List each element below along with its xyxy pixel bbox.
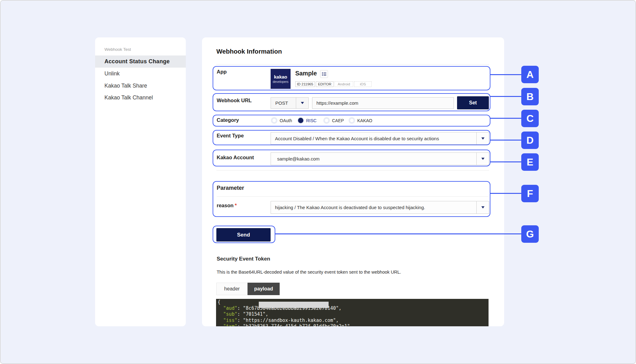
category-radio-oauth[interactable]: OAuth <box>271 117 292 124</box>
event-type-select[interactable]: Account Disabled / When the Kakao Accoun… <box>271 132 489 145</box>
token-description: This is the Base64URL-decoded value of t… <box>217 269 401 275</box>
sidebar-item[interactable]: Account Status Change <box>95 55 186 68</box>
code-text: "b32b8263-774c-415d-b72f-01dfbc70a2e1" <box>243 323 350 326</box>
annotation-badge-E: E <box>521 153 539 171</box>
annotation-line-D <box>490 140 522 141</box>
screenshot-frame: Webhook Test Account Status ChangeUnlink… <box>0 0 636 364</box>
kakao-account-chevron <box>476 153 489 165</box>
reason-label-text: reason <box>217 203 234 208</box>
annotation-line-C <box>490 118 522 119</box>
code-key: "sub" <box>223 311 237 317</box>
kakao-account-value: sample@kakao.com <box>271 153 476 165</box>
category-label: Category <box>217 117 239 123</box>
category-radio-caep[interactable]: CAEP <box>323 117 344 124</box>
code-text: { <box>218 299 220 305</box>
code-text: , <box>266 311 268 317</box>
sidebar-title: Webhook Test <box>104 47 131 52</box>
code-line: "sub": "701541", <box>218 311 489 318</box>
sidebar-item[interactable]: Kakao Talk Share <box>95 80 186 92</box>
code-key: "aud" <box>223 305 237 311</box>
code-line: { <box>218 299 489 305</box>
webhook-url-label: Webhook URL <box>217 97 252 103</box>
radio-icon <box>271 117 277 124</box>
divider-mid <box>216 170 489 170</box>
annotation-badge-B: B <box>521 88 539 105</box>
code-text: : <box>237 305 243 311</box>
sidebar-item-label: Kakao Talk Channel <box>104 94 153 101</box>
code-line: "aud": "8c67b504eab62ebbbab29913e2e78140… <box>218 305 489 312</box>
required-asterisk: * <box>235 203 237 208</box>
kakao-developers-logo: kakao developers <box>271 69 291 89</box>
chevron-down-icon <box>481 137 484 140</box>
sidebar-item-label: Kakao Talk Share <box>104 83 147 89</box>
code-text: "https://sandbox-kauth.kakao.com" <box>243 318 336 323</box>
code-text: : <box>237 318 243 323</box>
tab-payload[interactable]: payload <box>248 283 280 295</box>
app-badges: ID 211965EDITORAndroidiOS <box>295 81 372 87</box>
sidebar-item-label: Account Status Change <box>104 58 170 65</box>
code-line: "iss": "https://sandbox-kauth.kakao.com"… <box>218 318 489 324</box>
tab-header[interactable]: header <box>216 283 248 295</box>
logo-text-developers: developers <box>273 80 288 84</box>
app-badge: EDITOR <box>316 81 334 87</box>
code-text: : <box>237 311 243 317</box>
token-code-block: { "aud": "8c67b504eab62ebbbab29913e2e781… <box>216 299 489 326</box>
parameter-divider <box>217 196 489 197</box>
chevron-down-icon <box>301 102 304 104</box>
app-badge: iOS <box>354 81 372 87</box>
logo-text-kakao: kakao <box>274 74 287 79</box>
annotation-line-F <box>490 193 522 194</box>
method-select[interactable]: POST <box>271 97 309 109</box>
kakao-account-select[interactable]: sample@kakao.com <box>271 152 489 165</box>
code-line: "txm": "b32b8263-774c-415d-b72f-01dfbc70… <box>218 323 489 326</box>
code-text <box>218 318 223 323</box>
annotation-badge-A: A <box>521 66 539 83</box>
sidebar-item-label: Unlink <box>104 70 120 77</box>
radio-label: KAKAO <box>357 118 372 123</box>
code-text <box>218 305 223 311</box>
divider-top <box>216 64 489 65</box>
radio-selected-icon <box>297 117 304 124</box>
page-title: Webhook Information <box>216 47 282 55</box>
annotation-badge-F: F <box>521 185 539 202</box>
reason-select[interactable]: hijacking / The Kakao Account is deactiv… <box>271 201 489 214</box>
radio-icon <box>349 117 355 124</box>
webhook-url-value: https://example.com <box>316 100 358 106</box>
app-badge: Android <box>335 81 353 87</box>
radio-icon <box>323 117 330 124</box>
annotation-line-A <box>490 74 522 75</box>
token-title: Security Event Token <box>217 256 270 262</box>
event-type-chevron <box>476 132 489 144</box>
annotation-line-E <box>490 161 522 162</box>
code-key: "txm" <box>223 323 237 326</box>
annotation-badge-C: C <box>521 110 539 127</box>
category-radio-kakao[interactable]: KAKAO <box>349 117 372 124</box>
code-key: "iss" <box>223 318 237 323</box>
set-button[interactable]: Set <box>457 96 489 109</box>
list-icon <box>322 72 326 76</box>
annotation-badge-D: D <box>521 132 539 149</box>
app-label: App <box>217 69 227 75</box>
code-text: , <box>336 318 339 323</box>
app-list-button[interactable] <box>320 70 328 78</box>
method-value: POST <box>271 98 296 108</box>
kakao-account-label: Kakao Account <box>217 154 254 160</box>
method-chevron <box>296 98 308 108</box>
parameter-title: Parameter <box>217 184 244 191</box>
reason-value: hijacking / The Kakao Account is deactiv… <box>271 201 476 213</box>
category-radio-risc[interactable]: RISC <box>297 117 316 124</box>
send-button[interactable]: Send <box>216 228 271 242</box>
app-badge: ID 211965 <box>295 81 315 87</box>
chevron-down-icon <box>481 158 484 160</box>
webhook-url-input[interactable]: https://example.com <box>312 97 454 109</box>
reason-label: reason* <box>217 202 237 208</box>
annotation-badge-G: G <box>521 225 539 243</box>
app-name: Sample <box>295 70 317 77</box>
sidebar-item[interactable]: Kakao Talk Channel <box>95 92 186 104</box>
event-type-value: Account Disabled / When the Kakao Accoun… <box>271 132 476 144</box>
code-text: , <box>339 305 341 311</box>
sidebar-item[interactable]: Unlink <box>95 68 186 80</box>
reason-chevron <box>476 201 489 213</box>
chevron-down-icon <box>481 206 484 208</box>
annotation-line-B <box>490 96 522 97</box>
